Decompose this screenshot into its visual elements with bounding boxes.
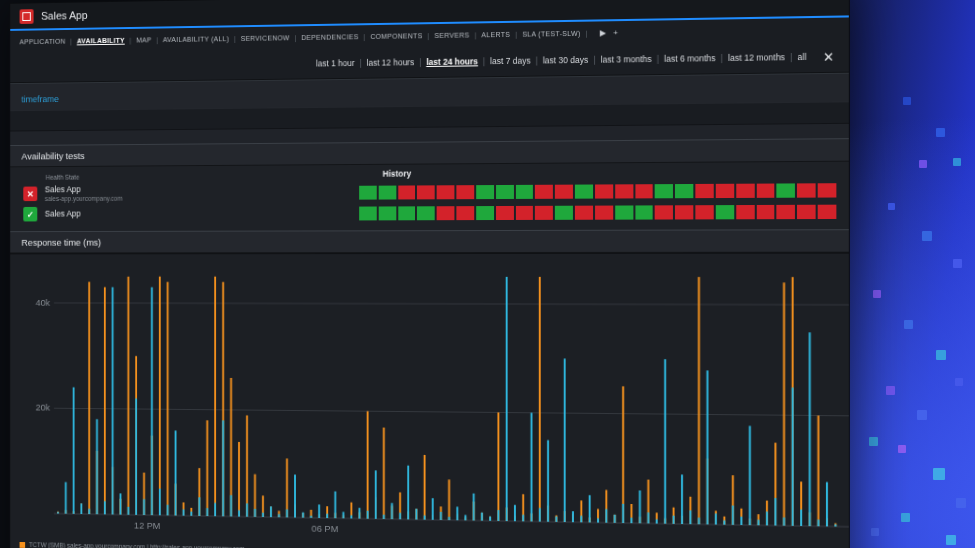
- history-cell-red[interactable]: [818, 183, 836, 197]
- y-tick-label: 40k: [36, 298, 51, 308]
- history-cell-green[interactable]: [379, 185, 396, 199]
- separator: |: [129, 37, 131, 44]
- history-strip: [359, 204, 836, 220]
- decor-square: [903, 97, 911, 105]
- play-icon[interactable]: ▶: [600, 28, 607, 37]
- history-cell-green[interactable]: [655, 184, 673, 198]
- decor-square: [956, 498, 966, 508]
- availability-test-row[interactable]: ✓ Sales App: [21, 204, 836, 222]
- nav-tab-map[interactable]: MAP: [136, 36, 151, 43]
- history-cell-red[interactable]: [797, 204, 815, 218]
- history-cell-green[interactable]: [675, 184, 693, 198]
- history-cell-green[interactable]: [398, 206, 416, 220]
- history-cell-green[interactable]: [379, 206, 396, 220]
- app-logo-glyph: [22, 12, 30, 21]
- history-cell-red[interactable]: [535, 206, 553, 220]
- decor-square: [919, 160, 927, 168]
- history-cell-red[interactable]: [818, 204, 836, 218]
- decor-square: [886, 386, 895, 395]
- history-cell-red[interactable]: [457, 206, 475, 220]
- history-cell-red[interactable]: [535, 184, 553, 198]
- time-range-all[interactable]: all: [798, 52, 807, 62]
- history-cell-red[interactable]: [655, 205, 673, 219]
- separator: |: [359, 58, 361, 68]
- history-cell-red[interactable]: [756, 205, 774, 219]
- separator: |: [721, 53, 723, 63]
- history-cell-red[interactable]: [756, 183, 774, 197]
- gridline: [54, 408, 849, 416]
- time-range-last-30-days[interactable]: last 30 days: [543, 55, 589, 66]
- x-axis: [54, 514, 849, 527]
- history-cell-green[interactable]: [555, 205, 573, 219]
- history-cell-red[interactable]: [675, 205, 693, 219]
- history-cell-red[interactable]: [635, 184, 653, 198]
- history-cell-red[interactable]: [595, 184, 613, 198]
- availability-test-row[interactable]: ✕ Sales App sales-app.yourcompany.com: [21, 181, 836, 202]
- history-cell-green[interactable]: [777, 183, 795, 197]
- history-cell-red[interactable]: [457, 185, 475, 199]
- nav-tab-servicenow[interactable]: SERVICENOW: [241, 34, 290, 42]
- history-cell-green[interactable]: [615, 205, 633, 219]
- response-chart-svg: 20k40k12 PM06 PM: [10, 258, 849, 548]
- history-cell-red[interactable]: [777, 205, 795, 219]
- history-cell-green[interactable]: [635, 205, 653, 219]
- separator: |: [586, 30, 588, 37]
- history-cell-red[interactable]: [398, 185, 416, 199]
- nav-tab-components[interactable]: COMPONENTS: [370, 32, 422, 40]
- history-cell-red[interactable]: [437, 185, 455, 199]
- history-cell-red[interactable]: [417, 185, 435, 199]
- time-range-last-24-hours[interactable]: last 24 hours: [426, 56, 478, 67]
- time-range-last-6-months[interactable]: last 6 months: [664, 53, 716, 64]
- decor-square: [955, 378, 963, 386]
- nav-tab-alerts[interactable]: ALERTS: [481, 31, 510, 38]
- history-cell-red[interactable]: [716, 183, 734, 197]
- history-cell-green[interactable]: [496, 185, 514, 199]
- decor-square: [936, 350, 946, 360]
- history-cell-red[interactable]: [695, 205, 713, 219]
- add-tab-icon[interactable]: +: [613, 28, 618, 37]
- nav-tab-application[interactable]: APPLICATION: [20, 38, 66, 45]
- time-range-list: last 1 hour|last 12 hours|last 24 hours|…: [316, 52, 806, 69]
- decor-square: [953, 259, 962, 268]
- decor-square: [869, 437, 878, 446]
- history-cell-green[interactable]: [476, 206, 494, 220]
- test-name: Sales App: [45, 185, 123, 195]
- page-background: Sales App APPLICATION|AVAILABILITY|MAP|A…: [0, 0, 975, 548]
- nav-tab-dependencies[interactable]: DEPENDENCIES: [301, 33, 358, 41]
- history-cell-red[interactable]: [595, 205, 613, 219]
- history-cell-green[interactable]: [417, 206, 435, 220]
- availability-section-title: Availability tests: [21, 150, 84, 161]
- separator: |: [790, 52, 792, 62]
- history-cell-red[interactable]: [555, 184, 573, 198]
- history-cell-green[interactable]: [359, 206, 376, 220]
- history-cell-red[interactable]: [575, 205, 593, 219]
- history-cell-red[interactable]: [736, 205, 754, 219]
- history-cell-red[interactable]: [797, 183, 815, 197]
- history-cell-red[interactable]: [437, 206, 455, 220]
- history-cell-green[interactable]: [516, 184, 534, 198]
- history-cell-red[interactable]: [516, 206, 534, 220]
- nav-tab-availability[interactable]: AVAILABILITY: [77, 37, 125, 45]
- nav-tab-servers[interactable]: SERVERS: [434, 32, 469, 40]
- history-cell-red[interactable]: [695, 183, 713, 197]
- history-cell-red[interactable]: [496, 206, 514, 220]
- time-range-last-7-days[interactable]: last 7 days: [490, 56, 530, 67]
- healthy-state-icon: ✓: [23, 207, 37, 222]
- time-range-last-12-hours[interactable]: last 12 hours: [366, 57, 414, 68]
- separator: |: [515, 31, 517, 38]
- history-cell-green[interactable]: [575, 184, 593, 198]
- history-cell-green[interactable]: [716, 205, 734, 219]
- history-cell-green[interactable]: [476, 185, 494, 199]
- test-name: Sales App: [45, 209, 81, 219]
- history-cell-red[interactable]: [736, 183, 754, 197]
- time-range-last-12-months[interactable]: last 12 months: [728, 52, 785, 63]
- history-cell-green[interactable]: [359, 185, 376, 199]
- nav-tab-availability-all[interactable]: AVAILABILITY (ALL): [163, 35, 229, 43]
- time-range-last-3-months[interactable]: last 3 months: [601, 54, 652, 65]
- nav-tab-sla-test-slw[interactable]: SLA (TEST-SLW): [522, 30, 580, 38]
- time-range-last-1-hour[interactable]: last 1 hour: [316, 58, 355, 68]
- x-tick-label: 06 PM: [312, 524, 339, 534]
- history-cell-red[interactable]: [615, 184, 633, 198]
- close-icon[interactable]: ✕: [823, 50, 834, 63]
- timeframe-label[interactable]: timeframe: [21, 94, 58, 104]
